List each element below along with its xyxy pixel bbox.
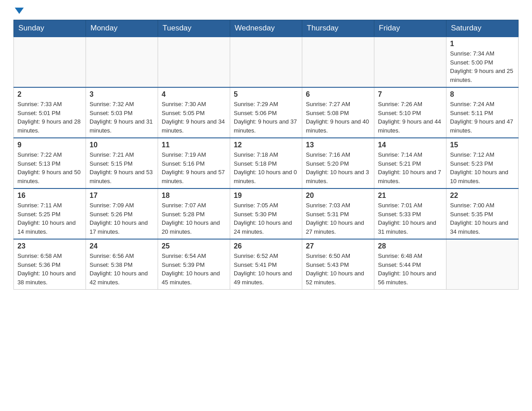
day-info: Sunrise: 7:09 AMSunset: 5:26 PMDaylight:… <box>90 201 154 236</box>
day-number: 21 <box>378 192 442 200</box>
day-info: Sunrise: 7:33 AMSunset: 5:01 PMDaylight:… <box>17 100 82 135</box>
calendar-cell: 14Sunrise: 7:14 AMSunset: 5:21 PMDayligh… <box>374 138 446 188</box>
day-number: 23 <box>17 242 82 250</box>
day-info: Sunrise: 6:54 AMSunset: 5:39 PMDaylight:… <box>162 252 226 287</box>
calendar-cell: 8Sunrise: 7:24 AMSunset: 5:11 PMDaylight… <box>446 87 519 138</box>
day-number: 14 <box>378 141 442 149</box>
day-number: 27 <box>306 242 370 250</box>
day-number: 19 <box>234 192 298 200</box>
calendar-cell: 24Sunrise: 6:56 AMSunset: 5:38 PMDayligh… <box>86 239 158 290</box>
day-number: 25 <box>162 242 226 250</box>
day-number: 17 <box>90 192 154 200</box>
calendar-cell: 9Sunrise: 7:22 AMSunset: 5:13 PMDaylight… <box>14 138 86 188</box>
day-number: 22 <box>450 192 515 200</box>
calendar-cell <box>86 37 158 87</box>
calendar-cell: 15Sunrise: 7:12 AMSunset: 5:23 PMDayligh… <box>446 138 519 188</box>
calendar-cell: 11Sunrise: 7:19 AMSunset: 5:16 PMDayligh… <box>158 138 230 188</box>
calendar-cell: 19Sunrise: 7:05 AMSunset: 5:30 PMDayligh… <box>230 188 302 239</box>
page-header <box>13 9 519 15</box>
calendar-cell <box>446 239 519 290</box>
calendar-week-row: 23Sunrise: 6:58 AMSunset: 5:36 PMDayligh… <box>14 239 519 290</box>
day-info: Sunrise: 6:58 AMSunset: 5:36 PMDaylight:… <box>17 252 82 287</box>
day-number: 6 <box>306 90 370 98</box>
day-number: 24 <box>90 242 154 250</box>
calendar-cell: 22Sunrise: 7:00 AMSunset: 5:35 PMDayligh… <box>446 188 519 239</box>
day-number: 18 <box>162 192 226 200</box>
day-info: Sunrise: 7:18 AMSunset: 5:18 PMDaylight:… <box>234 150 298 185</box>
day-number: 5 <box>234 90 298 98</box>
day-of-week-header: Monday <box>86 20 158 37</box>
day-info: Sunrise: 7:11 AMSunset: 5:25 PMDaylight:… <box>17 201 82 236</box>
calendar-week-row: 16Sunrise: 7:11 AMSunset: 5:25 PMDayligh… <box>14 188 519 239</box>
day-number: 28 <box>378 242 442 250</box>
calendar-week-row: 2Sunrise: 7:33 AMSunset: 5:01 PMDaylight… <box>14 87 519 138</box>
day-number: 16 <box>17 192 82 200</box>
calendar-cell: 4Sunrise: 7:30 AMSunset: 5:05 PMDaylight… <box>158 87 230 138</box>
calendar-cell: 16Sunrise: 7:11 AMSunset: 5:25 PMDayligh… <box>14 188 86 239</box>
day-info: Sunrise: 6:50 AMSunset: 5:43 PMDaylight:… <box>306 252 370 287</box>
day-number: 9 <box>17 141 82 149</box>
calendar-table: SundayMondayTuesdayWednesdayThursdayFrid… <box>13 20 519 290</box>
calendar-cell: 3Sunrise: 7:32 AMSunset: 5:03 PMDaylight… <box>86 87 158 138</box>
day-info: Sunrise: 7:26 AMSunset: 5:10 PMDaylight:… <box>378 100 442 135</box>
day-info: Sunrise: 7:14 AMSunset: 5:21 PMDaylight:… <box>378 150 442 185</box>
day-info: Sunrise: 7:00 AMSunset: 5:35 PMDaylight:… <box>450 201 515 236</box>
day-info: Sunrise: 7:05 AMSunset: 5:30 PMDaylight:… <box>234 201 298 236</box>
calendar-cell: 1Sunrise: 7:34 AMSunset: 5:00 PMDaylight… <box>446 37 519 87</box>
calendar-cell: 28Sunrise: 6:48 AMSunset: 5:44 PMDayligh… <box>374 239 446 290</box>
calendar-cell: 27Sunrise: 6:50 AMSunset: 5:43 PMDayligh… <box>302 239 374 290</box>
day-number: 1 <box>450 40 515 48</box>
day-of-week-header: Friday <box>374 20 446 37</box>
day-info: Sunrise: 7:22 AMSunset: 5:13 PMDaylight:… <box>17 150 82 185</box>
calendar-cell: 10Sunrise: 7:21 AMSunset: 5:15 PMDayligh… <box>86 138 158 188</box>
day-of-week-header: Thursday <box>302 20 374 37</box>
day-number: 7 <box>378 90 442 98</box>
logo <box>13 9 24 15</box>
calendar-header-row: SundayMondayTuesdayWednesdayThursdayFrid… <box>14 20 519 37</box>
calendar-cell <box>158 37 230 87</box>
day-info: Sunrise: 7:19 AMSunset: 5:16 PMDaylight:… <box>162 150 226 185</box>
day-info: Sunrise: 7:32 AMSunset: 5:03 PMDaylight:… <box>90 100 154 135</box>
calendar-cell: 2Sunrise: 7:33 AMSunset: 5:01 PMDaylight… <box>14 87 86 138</box>
day-info: Sunrise: 6:48 AMSunset: 5:44 PMDaylight:… <box>378 252 442 287</box>
calendar-cell: 17Sunrise: 7:09 AMSunset: 5:26 PMDayligh… <box>86 188 158 239</box>
calendar-cell: 20Sunrise: 7:03 AMSunset: 5:31 PMDayligh… <box>302 188 374 239</box>
day-number: 26 <box>234 242 298 250</box>
calendar-cell: 5Sunrise: 7:29 AMSunset: 5:06 PMDaylight… <box>230 87 302 138</box>
logo-triangle-icon <box>15 8 24 14</box>
calendar-week-row: 1Sunrise: 7:34 AMSunset: 5:00 PMDaylight… <box>14 37 519 87</box>
calendar-cell: 18Sunrise: 7:07 AMSunset: 5:28 PMDayligh… <box>158 188 230 239</box>
day-info: Sunrise: 6:56 AMSunset: 5:38 PMDaylight:… <box>90 252 154 287</box>
calendar-cell: 13Sunrise: 7:16 AMSunset: 5:20 PMDayligh… <box>302 138 374 188</box>
calendar-cell: 23Sunrise: 6:58 AMSunset: 5:36 PMDayligh… <box>14 239 86 290</box>
calendar-cell: 6Sunrise: 7:27 AMSunset: 5:08 PMDaylight… <box>302 87 374 138</box>
day-info: Sunrise: 7:24 AMSunset: 5:11 PMDaylight:… <box>450 100 515 135</box>
day-number: 8 <box>450 90 515 98</box>
calendar-cell: 26Sunrise: 6:52 AMSunset: 5:41 PMDayligh… <box>230 239 302 290</box>
day-number: 4 <box>162 90 226 98</box>
day-info: Sunrise: 7:29 AMSunset: 5:06 PMDaylight:… <box>234 100 298 135</box>
day-of-week-header: Sunday <box>14 20 86 37</box>
day-info: Sunrise: 6:52 AMSunset: 5:41 PMDaylight:… <box>234 252 298 287</box>
day-info: Sunrise: 7:27 AMSunset: 5:08 PMDaylight:… <box>306 100 370 135</box>
calendar-cell <box>374 37 446 87</box>
day-info: Sunrise: 7:30 AMSunset: 5:05 PMDaylight:… <box>162 100 226 135</box>
day-number: 20 <box>306 192 370 200</box>
day-info: Sunrise: 7:01 AMSunset: 5:33 PMDaylight:… <box>378 201 442 236</box>
calendar-cell <box>230 37 302 87</box>
calendar-cell <box>14 37 86 87</box>
calendar-cell: 12Sunrise: 7:18 AMSunset: 5:18 PMDayligh… <box>230 138 302 188</box>
day-number: 3 <box>90 90 154 98</box>
calendar-cell: 21Sunrise: 7:01 AMSunset: 5:33 PMDayligh… <box>374 188 446 239</box>
day-of-week-header: Saturday <box>446 20 519 37</box>
day-info: Sunrise: 7:34 AMSunset: 5:00 PMDaylight:… <box>450 49 515 84</box>
day-info: Sunrise: 7:03 AMSunset: 5:31 PMDaylight:… <box>306 201 370 236</box>
day-number: 12 <box>234 141 298 149</box>
day-number: 10 <box>90 141 154 149</box>
day-number: 15 <box>450 141 515 149</box>
day-number: 11 <box>162 141 226 149</box>
day-of-week-header: Wednesday <box>230 20 302 37</box>
calendar-cell <box>302 37 374 87</box>
day-of-week-header: Tuesday <box>158 20 230 37</box>
day-info: Sunrise: 7:21 AMSunset: 5:15 PMDaylight:… <box>90 150 154 185</box>
